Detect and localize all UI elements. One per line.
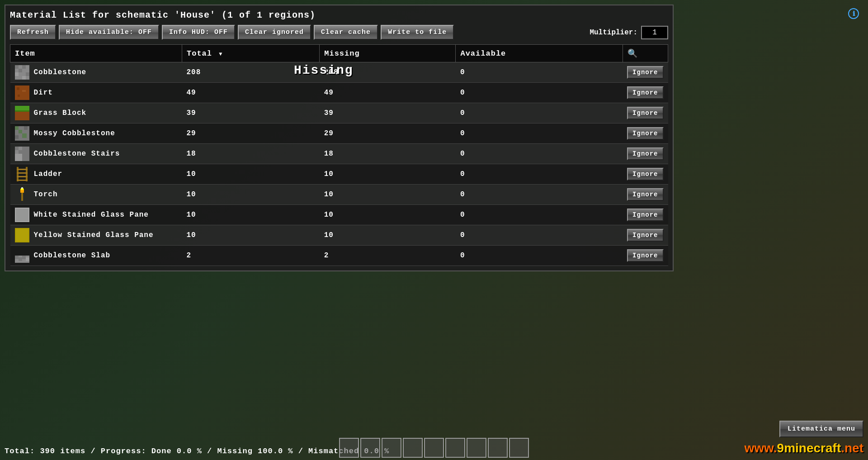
ignore-cell: Ignore: [623, 246, 668, 266]
svg-rect-16: [19, 130, 22, 133]
ladder-icon: [15, 167, 29, 181]
ignore-cell: Ignore: [623, 225, 668, 246]
svg-rect-34: [21, 187, 23, 189]
item-missing: 49: [320, 83, 456, 103]
svg-rect-6: [22, 76, 26, 80]
table-row: Ladder 10 10 0 Ignore: [10, 164, 668, 185]
ignore-button[interactable]: Ignore: [627, 188, 663, 201]
svg-rect-42: [15, 242, 29, 242]
col-available: Available: [456, 45, 623, 62]
table-row: Cobblestone Stairs 18 18 0 Ignore: [10, 144, 668, 164]
ignore-button[interactable]: Ignore: [627, 168, 663, 180]
hotbar-slot-8: [488, 438, 508, 458]
svg-rect-36: [15, 208, 29, 209]
write-to-file-button[interactable]: Write to file: [381, 25, 454, 40]
multiplier-input[interactable]: [641, 26, 668, 39]
svg-rect-43: [15, 228, 16, 242]
ignore-button[interactable]: Ignore: [627, 66, 663, 79]
item-available: 0: [456, 83, 623, 103]
svg-rect-9: [22, 90, 26, 92]
info-hud-button[interactable]: Info HUD: OFF: [162, 25, 235, 40]
svg-rect-22: [22, 147, 29, 161]
item-total: 10: [182, 164, 320, 185]
item-missing: 29: [320, 123, 456, 144]
cobblestone-slab-icon: [15, 248, 29, 263]
item-name: Torch: [34, 190, 58, 199]
svg-rect-2: [19, 69, 22, 72]
svg-rect-27: [17, 169, 28, 170]
svg-rect-18: [15, 135, 19, 139]
ignore-cell: Ignore: [623, 103, 668, 123]
svg-rect-19: [22, 133, 27, 138]
item-name-cell: Ladder: [10, 164, 182, 185]
table-row: White Stained Glass Pane 10 10 0 Ignore: [10, 205, 668, 225]
hotbar-slot-7: [467, 438, 486, 458]
item-available: 0: [456, 246, 623, 266]
hotbar: [339, 438, 529, 458]
item-missing: 18: [320, 144, 456, 164]
item-name: Cobblestone Stairs: [34, 150, 120, 158]
item-available: 0: [456, 164, 623, 185]
col-total[interactable]: Total ▼: [182, 45, 320, 62]
item-total: 18: [182, 144, 320, 164]
ignore-button[interactable]: Ignore: [627, 229, 663, 242]
clear-cache-button[interactable]: Clear cache: [314, 25, 378, 40]
item-missing: 10: [320, 185, 456, 205]
clear-ignored-button[interactable]: Clear ignored: [238, 25, 311, 40]
watermark-suffix: .net: [841, 441, 863, 455]
ignore-button[interactable]: Ignore: [627, 86, 663, 99]
item-missing: 2: [320, 246, 456, 266]
item-total: 10: [182, 225, 320, 246]
material-table: Item Total ▼ Missing Available 🔍 Cobbles…: [10, 44, 668, 266]
item-available: 0: [456, 144, 623, 164]
cobblestone-stairs-icon: [15, 147, 29, 161]
svg-rect-40: [15, 228, 29, 242]
svg-rect-48: [22, 256, 26, 259]
item-name-cell: Yellow Stained Glass Pane: [10, 225, 182, 246]
multiplier-area: Multiplier:: [590, 26, 668, 39]
hotbar-slot-5: [424, 438, 444, 458]
ignore-button[interactable]: Ignore: [627, 127, 663, 140]
table-row: Mossy Cobblestone 29 29 0 Ignore: [10, 123, 668, 144]
hide-available-button[interactable]: Hide available: OFF: [59, 25, 159, 40]
refresh-button[interactable]: Refresh: [10, 25, 56, 40]
watermark-prefix: www.: [745, 441, 777, 455]
info-icon[interactable]: ℹ: [848, 8, 859, 19]
toolbar: Refresh Hide available: OFF Info HUD: OF…: [10, 25, 668, 40]
item-name-cell: Dirt: [10, 83, 182, 103]
ignore-button[interactable]: Ignore: [627, 147, 663, 160]
item-missing: 10: [320, 164, 456, 185]
ignore-cell: Ignore: [623, 123, 668, 144]
item-available: 0: [456, 123, 623, 144]
item-total: 49: [182, 83, 320, 103]
ignore-cell: Ignore: [623, 144, 668, 164]
table-header-row: Item Total ▼ Missing Available 🔍: [10, 45, 668, 62]
item-name: Yellow Stained Glass Pane: [34, 231, 154, 239]
ignore-button[interactable]: Ignore: [627, 209, 663, 221]
table-row: Cobblestone Slab 2 2 0 Ignore: [10, 246, 668, 266]
svg-rect-38: [15, 208, 16, 222]
svg-rect-37: [15, 221, 29, 222]
table-row: Torch 10 10 0 Ignore: [10, 185, 668, 205]
svg-rect-21: [15, 154, 22, 161]
item-total: 10: [182, 205, 320, 225]
item-available: 0: [456, 185, 623, 205]
svg-rect-41: [15, 228, 29, 229]
svg-rect-23: [15, 147, 19, 150]
white-glass-icon: [15, 208, 29, 222]
ignore-button[interactable]: Ignore: [627, 249, 663, 262]
watermark: www.9minecraft.net: [745, 441, 863, 455]
svg-rect-29: [17, 176, 28, 177]
ignore-button[interactable]: Ignore: [627, 107, 663, 119]
item-missing: 39: [320, 103, 456, 123]
search-icon-th[interactable]: 🔍: [623, 45, 668, 62]
svg-rect-47: [19, 257, 22, 261]
item-total: 10: [182, 185, 320, 205]
dirt-icon: [15, 85, 29, 100]
svg-rect-5: [15, 72, 19, 76]
table-row: Grass Block 39 39 0 Ignore: [10, 103, 668, 123]
svg-rect-4: [26, 72, 29, 76]
item-name-cell: Mossy Cobblestone: [10, 123, 182, 144]
item-name: Grass Block: [34, 109, 87, 117]
litematica-menu-button[interactable]: Litematica menu: [779, 421, 863, 437]
